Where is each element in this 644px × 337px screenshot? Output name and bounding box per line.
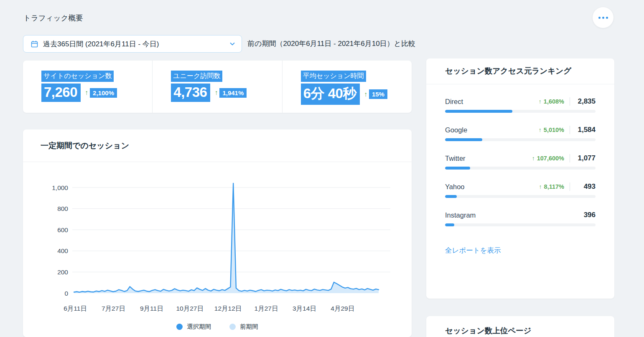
source-change: 8,117% xyxy=(544,183,564,190)
stat-avg-session-time: 平均セッション時間 6分 40秒 ↑ 15% xyxy=(282,61,412,113)
ellipsis-icon xyxy=(602,17,604,19)
trend-up-icon: ↑ xyxy=(364,91,367,98)
legend-dot-icon xyxy=(176,324,183,330)
source-change: 107,600% xyxy=(537,155,564,162)
divider xyxy=(570,154,570,162)
stat-value: 7,260 xyxy=(41,84,81,102)
stats-summary-card: サイトのセッション数 7,260 ↑ 2,100% ユニーク訪問数 4,736 … xyxy=(23,61,412,113)
svg-text:600: 600 xyxy=(57,226,68,233)
panel-title: セッション数上位ページ xyxy=(445,316,596,336)
ellipsis-icon xyxy=(606,17,608,19)
svg-text:1,000: 1,000 xyxy=(52,184,68,191)
source-bar-fill xyxy=(445,223,454,226)
svg-text:1月27日: 1月27日 xyxy=(255,305,278,312)
svg-text:4月29日: 4月29日 xyxy=(331,305,354,312)
stat-label: サイトのセッション数 xyxy=(41,71,114,82)
source-row-direct: Direct ↑ 1,608% 2,835 xyxy=(445,97,596,113)
date-range-value: 過去365日間 (2021年6月11日 - 今日) xyxy=(43,39,159,49)
stat-change: 2,100% xyxy=(90,88,117,98)
svg-text:400: 400 xyxy=(57,247,68,254)
stat-site-sessions: サイトのセッション数 7,260 ↑ 2,100% xyxy=(23,61,152,113)
page-title: トラフィック概要 xyxy=(23,13,83,23)
source-value: 396 xyxy=(575,211,596,219)
stat-value: 6分 40秒 xyxy=(301,84,360,105)
source-row-twitter: Twitter ↑ 107,600% 1,077 xyxy=(445,154,596,170)
chart-legend: 選択期間 前期間 xyxy=(23,323,412,331)
svg-text:12月12日: 12月12日 xyxy=(214,305,242,312)
svg-text:3月14日: 3月14日 xyxy=(293,305,316,312)
legend-label: 前期間 xyxy=(240,323,258,331)
source-value: 2,835 xyxy=(575,97,596,106)
legend-dot-icon xyxy=(229,324,236,330)
source-change: 1,608% xyxy=(544,98,564,105)
source-bar-track xyxy=(445,110,596,113)
legend-previous-period: 前期間 xyxy=(229,323,258,331)
source-bar-fill xyxy=(445,138,482,141)
chevron-down-icon xyxy=(230,42,235,46)
source-bar-fill xyxy=(445,110,512,113)
divider xyxy=(570,126,570,134)
divider xyxy=(570,97,570,106)
panel-title: セッション数アクセス元ランキング xyxy=(445,58,596,76)
source-name: Google xyxy=(445,126,467,134)
ellipsis-icon xyxy=(598,17,601,19)
legend-selected-period: 選択期間 xyxy=(176,323,211,331)
top-pages-card: セッション数上位ページ xyxy=(426,316,614,337)
calendar-icon xyxy=(31,41,38,48)
source-bar-track xyxy=(445,195,596,198)
chart-title: 一定期間でのセッション xyxy=(23,129,412,151)
source-bar-fill xyxy=(445,195,457,198)
legend-label: 選択期間 xyxy=(187,323,211,331)
source-bar-track xyxy=(445,167,596,170)
trend-up-icon: ↑ xyxy=(85,89,88,96)
svg-text:7月27日: 7月27日 xyxy=(102,305,125,312)
stat-change: 1,941% xyxy=(219,88,247,98)
svg-text:6月11日: 6月11日 xyxy=(64,305,87,312)
compare-period-text: 前の期間（2020年6月11日 - 2021年6月10日）と比較 xyxy=(247,39,415,48)
source-value: 1,584 xyxy=(575,126,596,134)
source-value: 1,077 xyxy=(575,154,596,162)
stat-unique-visitors: ユニーク訪問数 4,736 ↑ 1,941% xyxy=(152,61,282,113)
date-range-picker[interactable]: 過去365日間 (2021年6月11日 - 今日) xyxy=(23,35,242,53)
source-bar-track xyxy=(445,223,596,226)
svg-text:200: 200 xyxy=(57,269,68,276)
divider xyxy=(570,182,570,191)
source-change: 5,010% xyxy=(544,127,564,133)
trend-up-icon: ↑ xyxy=(214,89,218,96)
source-name: Twitter xyxy=(445,155,466,162)
source-row-google: Google ↑ 5,010% 1,584 xyxy=(445,125,596,141)
source-value: 493 xyxy=(575,182,596,191)
source-name: Yahoo xyxy=(445,183,465,191)
svg-text:9月11日: 9月11日 xyxy=(140,305,163,312)
divider xyxy=(426,84,614,84)
trend-up-icon: ↑ xyxy=(539,127,542,133)
svg-text:10月27日: 10月27日 xyxy=(176,305,203,312)
sessions-line-chart: 02004006008001,0006月11日7月27日9月11日10月27日1… xyxy=(23,166,412,317)
trend-up-icon: ↑ xyxy=(532,155,535,162)
stat-label: 平均セッション時間 xyxy=(301,71,366,82)
source-name: Instagram xyxy=(445,211,476,219)
svg-text:800: 800 xyxy=(57,205,68,212)
source-row-yahoo: Yahoo ↑ 8,117% 493 xyxy=(445,182,596,198)
source-bar-fill xyxy=(445,167,470,170)
source-name: Direct xyxy=(445,98,463,106)
stat-change: 15% xyxy=(369,89,387,99)
view-full-report-link[interactable]: 全レポートを表示 xyxy=(445,246,501,255)
source-bar-track xyxy=(445,138,596,141)
more-options-button[interactable] xyxy=(593,7,613,28)
svg-text:0: 0 xyxy=(64,290,68,297)
stat-value: 4,736 xyxy=(171,84,210,102)
sessions-over-time-card: 一定期間でのセッション 02004006008001,0006月11日7月27日… xyxy=(23,129,412,337)
trend-up-icon: ↑ xyxy=(539,98,542,105)
source-row-instagram: Instagram 396 xyxy=(445,210,596,226)
traffic-sources-card: セッション数アクセス元ランキング Direct ↑ 1,608% 2,835 G… xyxy=(426,58,614,299)
trend-up-icon: ↑ xyxy=(539,183,542,190)
stat-label: ユニーク訪問数 xyxy=(171,71,222,82)
divider xyxy=(23,162,412,162)
